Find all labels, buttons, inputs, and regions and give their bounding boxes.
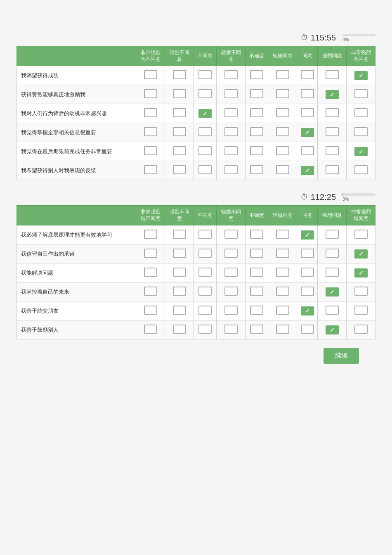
- checkbox[interactable]: [301, 89, 314, 98]
- checkbox[interactable]: [250, 230, 263, 239]
- checkbox-cell[interactable]: [268, 123, 297, 142]
- checkbox-cell[interactable]: [217, 66, 246, 85]
- checkbox-cell[interactable]: [347, 161, 375, 180]
- checkbox[interactable]: [144, 89, 157, 98]
- checkbox[interactable]: [224, 89, 238, 98]
- checkbox[interactable]: [354, 147, 368, 156]
- checkbox-cell[interactable]: [194, 244, 216, 263]
- checkbox[interactable]: [301, 166, 314, 175]
- checkbox-cell[interactable]: [297, 320, 317, 339]
- checkbox[interactable]: [354, 287, 368, 296]
- checkbox[interactable]: [354, 71, 368, 80]
- checkbox[interactable]: [276, 325, 289, 334]
- checkbox-cell[interactable]: [165, 244, 194, 263]
- checkbox-cell[interactable]: [297, 244, 317, 263]
- checkbox-cell[interactable]: [318, 282, 347, 301]
- checkbox-cell[interactable]: [318, 123, 347, 142]
- continue-button[interactable]: 继续: [324, 348, 359, 364]
- checkbox-cell[interactable]: [347, 123, 375, 142]
- checkbox-cell[interactable]: [347, 244, 375, 263]
- checkbox-cell[interactable]: [136, 301, 165, 320]
- checkbox[interactable]: [354, 127, 368, 136]
- checkbox-cell[interactable]: [347, 225, 375, 244]
- checkbox-cell[interactable]: [194, 123, 216, 142]
- checkbox-cell[interactable]: [245, 301, 268, 320]
- checkbox[interactable]: [250, 127, 263, 136]
- checkbox-cell[interactable]: [194, 225, 216, 244]
- checkbox-cell[interactable]: [165, 225, 194, 244]
- checkbox[interactable]: [144, 325, 157, 334]
- checkbox-cell[interactable]: [297, 282, 317, 301]
- checkbox-cell[interactable]: [347, 66, 375, 85]
- checkbox[interactable]: [198, 109, 212, 118]
- checkbox-cell[interactable]: [136, 66, 165, 85]
- checkbox[interactable]: [250, 325, 263, 334]
- checkbox[interactable]: [224, 146, 238, 155]
- checkbox-cell[interactable]: [194, 282, 216, 301]
- checkbox-cell[interactable]: [165, 123, 194, 142]
- checkbox-cell[interactable]: [136, 142, 165, 161]
- checkbox-cell[interactable]: [136, 282, 165, 301]
- checkbox[interactable]: [224, 268, 238, 277]
- checkbox-cell[interactable]: [318, 161, 347, 180]
- checkbox-cell[interactable]: [136, 85, 165, 104]
- checkbox[interactable]: [301, 230, 314, 240]
- checkbox[interactable]: [354, 165, 368, 174]
- checkbox-cell[interactable]: [217, 142, 246, 161]
- checkbox[interactable]: [198, 127, 212, 136]
- checkbox[interactable]: [198, 230, 212, 239]
- checkbox-cell[interactable]: [297, 301, 317, 320]
- checkbox-cell[interactable]: [297, 142, 317, 161]
- checkbox[interactable]: [224, 108, 238, 117]
- checkbox[interactable]: [198, 268, 212, 277]
- checkbox-cell[interactable]: [217, 85, 246, 104]
- checkbox[interactable]: [198, 89, 212, 98]
- checkbox-cell[interactable]: [245, 263, 268, 282]
- checkbox-cell[interactable]: [165, 301, 194, 320]
- checkbox-cell[interactable]: [245, 161, 268, 180]
- checkbox-cell[interactable]: [165, 66, 194, 85]
- checkbox-cell[interactable]: [268, 142, 297, 161]
- checkbox[interactable]: [198, 70, 212, 79]
- checkbox[interactable]: [354, 268, 368, 278]
- checkbox-cell[interactable]: [245, 282, 268, 301]
- checkbox[interactable]: [198, 287, 212, 296]
- checkbox[interactable]: [276, 165, 289, 174]
- checkbox[interactable]: [173, 89, 186, 98]
- checkbox-cell[interactable]: [268, 301, 297, 320]
- checkbox[interactable]: [354, 230, 368, 239]
- checkbox-cell[interactable]: [165, 282, 194, 301]
- checkbox-cell[interactable]: [136, 123, 165, 142]
- checkbox[interactable]: [224, 230, 238, 239]
- checkbox-cell[interactable]: [217, 282, 246, 301]
- checkbox-cell[interactable]: [194, 263, 216, 282]
- checkbox-cell[interactable]: [245, 142, 268, 161]
- checkbox-cell[interactable]: [347, 320, 375, 339]
- checkbox-cell[interactable]: [268, 244, 297, 263]
- checkbox[interactable]: [144, 165, 157, 174]
- checkbox[interactable]: [354, 306, 368, 315]
- checkbox[interactable]: [326, 249, 339, 258]
- checkbox-cell[interactable]: [297, 263, 317, 282]
- checkbox-cell[interactable]: [217, 104, 246, 123]
- checkbox[interactable]: [173, 127, 186, 136]
- checkbox-cell[interactable]: [245, 85, 268, 104]
- checkbox[interactable]: [250, 249, 263, 258]
- checkbox-cell[interactable]: [245, 66, 268, 85]
- checkbox-cell[interactable]: [217, 263, 246, 282]
- checkbox[interactable]: [301, 287, 314, 296]
- checkbox-cell[interactable]: [165, 320, 194, 339]
- checkbox-cell[interactable]: [165, 104, 194, 123]
- checkbox-cell[interactable]: [318, 142, 347, 161]
- checkbox[interactable]: [198, 165, 212, 174]
- checkbox[interactable]: [144, 230, 157, 239]
- checkbox[interactable]: [250, 89, 263, 98]
- checkbox[interactable]: [250, 287, 263, 296]
- checkbox[interactable]: [144, 146, 157, 155]
- checkbox-cell[interactable]: [318, 263, 347, 282]
- checkbox-cell[interactable]: [136, 104, 165, 123]
- checkbox[interactable]: [326, 230, 339, 239]
- checkbox[interactable]: [326, 325, 339, 334]
- checkbox[interactable]: [301, 70, 314, 79]
- checkbox[interactable]: [276, 89, 289, 98]
